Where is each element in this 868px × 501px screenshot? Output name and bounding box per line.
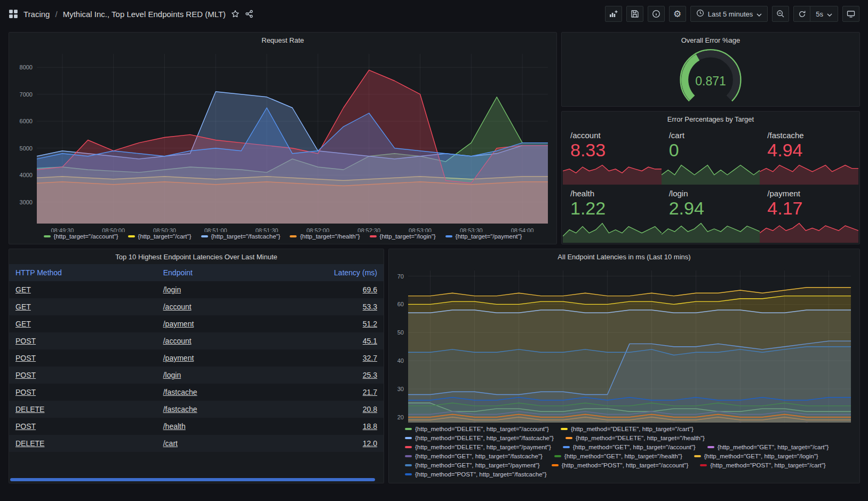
cell-link[interactable]: /login xyxy=(163,371,181,379)
legend-item[interactable]: {http_method="POST", http_target="/accou… xyxy=(552,462,689,468)
stat-value: 8.33 xyxy=(570,140,654,161)
cell-link[interactable]: GET xyxy=(15,285,31,294)
table-row: POST/payment32.7 xyxy=(9,349,384,367)
panel-title[interactable]: Top 10 Highest Endpoint Latencies Over L… xyxy=(9,249,384,264)
endpoint-latencies-chart[interactable]: 1020304050607008:49:3008:50:0008:50:3008… xyxy=(389,264,859,423)
legend-item[interactable]: {http_target="/account"} xyxy=(44,233,118,240)
overall-error-gauge[interactable]: 0.871 xyxy=(562,47,859,106)
legend-item[interactable]: {http_method="GET", http_target="/login"… xyxy=(694,453,818,459)
table-scrollbar-track xyxy=(10,477,383,482)
cell-link[interactable]: POST xyxy=(15,422,36,431)
legend-item[interactable]: {http_target="/login"} xyxy=(370,233,436,240)
column-header[interactable]: HTTP Method xyxy=(9,264,157,281)
cell-link[interactable]: 12.0 xyxy=(363,439,377,448)
legend-item[interactable]: {http_method="GET", http_target="/health… xyxy=(554,453,682,459)
legend-series-color xyxy=(405,428,412,430)
legend-series-label: {http_target="/account"} xyxy=(54,233,118,240)
cell-link[interactable]: 20.8 xyxy=(363,405,377,413)
legend-item[interactable]: {http_method="DELETE", http_target="/fas… xyxy=(405,435,554,441)
svg-text:30: 30 xyxy=(397,386,404,392)
legend-series-label: {http_method="DELETE", http_target="/car… xyxy=(571,426,694,432)
cell-link[interactable]: GET xyxy=(15,320,31,328)
legend-item[interactable]: {http_method="POST", http_target="/cart"… xyxy=(700,462,825,468)
legend-item[interactable]: {http_target="/health"} xyxy=(290,233,360,240)
cell-link[interactable]: /payment xyxy=(163,320,194,328)
request-rate-chart[interactable]: 30004000500060007000800008:49:3008:50:00… xyxy=(9,47,556,232)
add-panel-button[interactable] xyxy=(605,6,622,22)
star-icon[interactable] xyxy=(231,10,240,18)
cell-link[interactable]: /fastcache xyxy=(163,405,197,413)
panel-title[interactable]: All Endpoint Latencies in ms (Last 10 mi… xyxy=(389,249,859,264)
legend-item[interactable]: {http_method="GET", http_target="/fastca… xyxy=(405,453,543,459)
legend-series-color xyxy=(128,235,135,237)
dashboard-settings-button[interactable]: ⚙ xyxy=(669,6,686,22)
panel-title[interactable]: Request Rate xyxy=(9,33,556,47)
legend-item[interactable]: {http_target="/fastcache"} xyxy=(201,233,281,240)
cell-link[interactable]: POST xyxy=(15,337,36,345)
cell-link[interactable]: /cart xyxy=(163,439,178,448)
cell-link[interactable]: POST xyxy=(15,354,36,362)
stat-fastcache: /fastcache4.94 xyxy=(760,126,858,185)
legend-series-label: {http_method="GET", http_target="/paymen… xyxy=(415,462,540,468)
column-header[interactable]: Endpoint xyxy=(157,264,293,281)
apps-grid-icon[interactable] xyxy=(9,9,18,19)
legend-series-label: {http_method="GET", http_target="/fastca… xyxy=(415,453,543,459)
cell-link[interactable]: /fastcache xyxy=(163,388,197,396)
cell-link[interactable]: /health xyxy=(163,422,186,431)
legend-item[interactable]: {http_method="GET", http_target="/paymen… xyxy=(405,462,540,468)
svg-text:4000: 4000 xyxy=(20,172,33,178)
refresh-button[interactable] xyxy=(793,6,810,22)
legend-item[interactable]: {http_method="POST", http_target="/fastc… xyxy=(405,471,546,478)
legend-item[interactable]: {http_method="DELETE", http_target="/hea… xyxy=(566,435,705,441)
cell-link[interactable]: /account xyxy=(163,337,192,345)
column-header[interactable]: Latency (ms) xyxy=(293,264,384,281)
table-scrollbar-thumb[interactable] xyxy=(10,478,375,481)
panel-title[interactable]: Overall Error %age xyxy=(562,33,859,47)
dashboard-insights-button[interactable] xyxy=(648,6,665,22)
legend-item[interactable]: {http_method="DELETE", http_target="/pay… xyxy=(405,444,551,450)
cell-link[interactable]: 69.6 xyxy=(363,285,377,294)
cell-link[interactable]: 21.7 xyxy=(363,388,377,396)
cell-link[interactable]: 25.3 xyxy=(363,371,377,379)
svg-text:08:53:00: 08:53:00 xyxy=(409,227,432,232)
legend-item[interactable]: {http_target="/payment"} xyxy=(445,233,522,240)
breadcrumb-dashboard-title[interactable]: Mythical Inc., Top Level Endpoints RED (… xyxy=(63,10,226,19)
legend-item[interactable]: {http_method="GET", http_target="/accoun… xyxy=(563,444,696,450)
table-row: DELETE/cart12.0 xyxy=(9,435,384,452)
error-percentage-stats: /account8.33/cart0/fastcache4.94/health1… xyxy=(562,126,859,244)
legend-item[interactable]: {http_method="DELETE", http_target="/car… xyxy=(561,426,694,432)
caret-down-icon xyxy=(756,10,762,18)
cell-link[interactable]: POST xyxy=(15,371,36,379)
share-icon[interactable] xyxy=(245,10,253,18)
svg-text:0.871: 0.871 xyxy=(695,74,726,88)
legend-item[interactable]: {http_target="/cart"} xyxy=(128,233,192,240)
svg-text:3000: 3000 xyxy=(20,199,33,205)
legend-item[interactable]: {http_method="GET", http_target="/cart"} xyxy=(707,444,829,450)
cell-link[interactable]: 32.7 xyxy=(363,354,377,362)
cell-link[interactable]: 53.3 xyxy=(363,303,377,311)
cell-link[interactable]: GET xyxy=(15,303,31,311)
cell-link[interactable]: POST xyxy=(15,388,36,396)
cell-link[interactable]: DELETE xyxy=(15,439,44,448)
cell-link[interactable]: /payment xyxy=(163,354,194,362)
refresh-interval-picker[interactable]: 5s xyxy=(810,6,838,22)
stat-label: /login xyxy=(669,189,753,198)
legend-item[interactable]: {http_method="DELETE", http_target="/acc… xyxy=(405,426,549,432)
cell-link[interactable]: 45.1 xyxy=(363,337,377,345)
tv-mode-button[interactable] xyxy=(842,6,859,22)
panel-title[interactable]: Error Percentages by Target xyxy=(562,112,859,126)
zoom-out-button[interactable] xyxy=(772,6,789,22)
cell-link[interactable]: /account xyxy=(163,303,192,311)
legend-series-label: {http_target="/cart"} xyxy=(138,233,192,240)
cell-link[interactable]: 51.2 xyxy=(363,320,377,328)
breadcrumb-section[interactable]: Tracing xyxy=(23,10,50,19)
cell-link[interactable]: 18.8 xyxy=(363,422,377,431)
refresh-interval-label: 5s xyxy=(816,10,823,18)
time-range-picker[interactable]: Last 5 minutes xyxy=(690,6,768,22)
save-dashboard-button[interactable] xyxy=(626,6,643,22)
cell-link[interactable]: /login xyxy=(163,285,181,294)
table-row: GET/payment51.2 xyxy=(9,315,384,332)
cell-link[interactable]: DELETE xyxy=(15,405,44,413)
endpoint-latencies-panel: All Endpoint Latencies in ms (Last 10 mi… xyxy=(388,249,860,483)
stat-label: /account xyxy=(570,131,654,140)
